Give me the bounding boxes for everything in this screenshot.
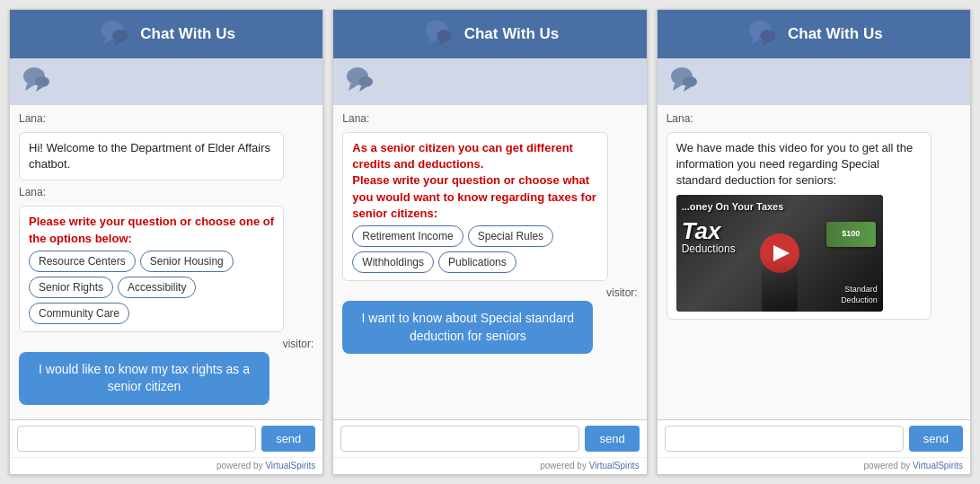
lana-bubble-1b-text: Please write your question or choose one… xyxy=(29,215,274,244)
chat-subheader-3 xyxy=(658,58,970,105)
footer-brand-2: VirtualSpirits xyxy=(589,461,640,471)
svg-point-18 xyxy=(760,30,775,41)
chat-input-area-1: send xyxy=(10,419,322,457)
chat-widget-1: Chat With Us Lana: Hi! Welcome to the De… xyxy=(9,9,323,475)
lana-text-2a-1: As a senior citizen you can get differen… xyxy=(352,141,573,171)
chat-subheader-1 xyxy=(10,58,322,105)
svg-marker-11 xyxy=(438,41,446,47)
svg-marker-3 xyxy=(114,41,122,47)
chat-widget-2: Chat With Us Lana: As a senior citizen y… xyxy=(332,9,647,475)
visitor-bubble-1: I would like to know my tax rights as a … xyxy=(19,352,269,405)
footer-brand-1: VirtualSpirits xyxy=(265,461,315,471)
chat-footer-2: powered by VirtualSpirits xyxy=(333,457,646,474)
chat-subicon-3 xyxy=(667,64,702,100)
option-btn-senior-housing[interactable]: Senior Housing xyxy=(140,251,234,272)
chat-header-title-1: Chat With Us xyxy=(140,25,235,43)
lana-bubble-3a: We have made this video for you to get a… xyxy=(667,132,931,320)
chat-subheader-2 xyxy=(333,58,646,105)
dollar-bill-decor: $100 xyxy=(826,222,876,247)
chat-messages-2: Lana: As a senior citizen you can get di… xyxy=(333,105,646,419)
chat-subicon-2 xyxy=(342,64,378,100)
option-btn-senior-rights[interactable]: Senior Rights xyxy=(29,277,113,298)
lana-bubble-1a: Hi! Welcome to the Department of Elder A… xyxy=(19,132,284,180)
video-thumbnail[interactable]: ...oney On Your Taxes Tax Deductions $10… xyxy=(676,195,883,312)
chat-input-3[interactable] xyxy=(665,426,904,452)
chat-footer-3: powered by VirtualSpirits xyxy=(658,457,970,474)
chat-icon-1 xyxy=(97,17,131,51)
option-btn-withholdings[interactable]: Withholdings xyxy=(352,251,434,273)
chat-input-2[interactable] xyxy=(340,426,579,452)
svg-point-2 xyxy=(112,30,128,41)
chat-icon-3 xyxy=(745,17,779,51)
footer-brand-3: VirtualSpirits xyxy=(913,461,963,471)
chat-subicon-1 xyxy=(19,64,55,100)
chat-footer-1: powered by VirtualSpirits xyxy=(10,457,322,474)
option-btn-retirement[interactable]: Retirement Income xyxy=(352,225,463,247)
svg-marker-23 xyxy=(684,86,691,92)
option-btn-accessibility[interactable]: Accessibility xyxy=(118,277,196,298)
chat-header-title-2: Chat With Us xyxy=(464,25,560,43)
visitor-label-1: visitor: xyxy=(19,338,313,350)
chat-header-3: Chat With Us xyxy=(658,10,970,58)
lana-label-3a: Lana: xyxy=(667,112,961,125)
option-btn-resource[interactable]: Resource Centers xyxy=(29,251,136,272)
svg-marker-7 xyxy=(36,86,43,92)
svg-marker-19 xyxy=(762,41,770,47)
video-deductions-text: Deductions xyxy=(682,242,736,257)
video-corner-label: StandardDeduction xyxy=(841,285,878,305)
chat-header-1: Chat With Us xyxy=(10,10,322,58)
chat-header-title-3: Chat With Us xyxy=(788,25,883,43)
lana-text-3: We have made this video for you to get a… xyxy=(676,141,914,187)
option-btn-special-rules[interactable]: Special Rules xyxy=(468,225,553,247)
chat-input-area-2: send xyxy=(333,419,646,457)
chat-header-2: Chat With Us xyxy=(333,10,646,58)
visitor-container-2: visitor: I want to know about Special st… xyxy=(342,286,637,354)
send-button-1[interactable]: send xyxy=(261,426,315,452)
send-button-3[interactable]: send xyxy=(909,426,963,452)
video-top-text: ...oney On Your Taxes xyxy=(682,200,784,214)
chat-input-1[interactable] xyxy=(17,426,256,452)
lana-bubble-1b: Please write your question or choose one… xyxy=(19,206,284,331)
send-button-2[interactable]: send xyxy=(585,426,639,452)
person-silhouette xyxy=(762,258,798,312)
chat-icon-2 xyxy=(421,17,455,51)
svg-point-10 xyxy=(437,30,452,41)
visitor-container-1: visitor: I would like to know my tax rig… xyxy=(19,338,313,405)
chat-messages-3: Lana: We have made this video for you to… xyxy=(658,105,970,419)
lana-bubble-2a: As a senior citizen you can get differen… xyxy=(342,132,607,281)
options-container-2: Retirement Income Special Rules Withhold… xyxy=(352,225,597,273)
chat-widget-3: Chat With Us Lana: We have made this vid… xyxy=(657,9,971,475)
lana-label-2a: Lana: xyxy=(342,112,637,125)
visitor-bubble-2: I want to know about Special standard de… xyxy=(342,301,593,354)
chat-input-area-3: send xyxy=(658,419,970,457)
svg-marker-15 xyxy=(359,86,366,92)
svg-point-22 xyxy=(683,76,697,87)
lana-text-2a-2: Please write your question or choose wha… xyxy=(352,173,596,219)
option-btn-publications[interactable]: Publications xyxy=(438,251,516,273)
visitor-label-2: visitor: xyxy=(342,286,637,299)
options-container-1: Resource Centers Senior Housing Senior R… xyxy=(29,251,274,324)
svg-point-6 xyxy=(35,76,49,87)
lana-label-1a: Lana: xyxy=(19,112,313,125)
chat-messages-1: Lana: Hi! Welcome to the Department of E… xyxy=(10,105,322,419)
option-btn-community-care[interactable]: Community Care xyxy=(29,303,129,324)
svg-point-14 xyxy=(358,76,373,87)
lana-label-1b: Lana: xyxy=(19,186,313,198)
